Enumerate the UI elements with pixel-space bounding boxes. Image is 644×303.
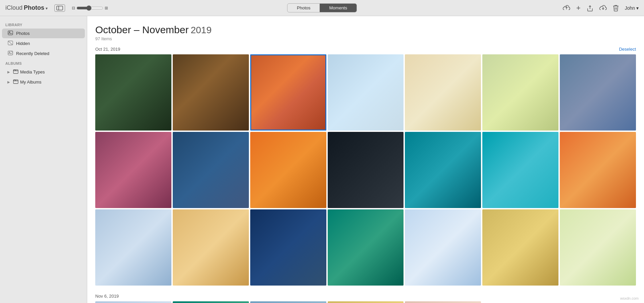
media-types-chevron: ▶: [7, 70, 10, 74]
topbar-actions: + John ▾: [563, 4, 639, 12]
svg-rect-8: [8, 51, 13, 55]
brand-arrow[interactable]: ▾: [46, 6, 48, 11]
recently-deleted-icon: [7, 50, 13, 57]
photo-cell[interactable]: [250, 209, 326, 286]
svg-rect-4: [8, 31, 13, 35]
tab-moments[interactable]: Moments: [320, 4, 357, 12]
media-types-folder-icon: [13, 69, 19, 75]
photo-grid-row1: [95, 54, 636, 131]
zoom-control: ⊟ ⊞: [72, 5, 108, 11]
section-header-oct21: Oct 21, 2019 Deselect: [95, 47, 636, 52]
watermark: wsxdn.com: [620, 296, 639, 300]
photo-cell[interactable]: [95, 54, 171, 131]
photo-cell[interactable]: [482, 54, 558, 131]
sidebar-item-photos-label: Photos: [16, 31, 30, 36]
photo-cell[interactable]: [482, 132, 558, 208]
photo-cell[interactable]: [560, 209, 636, 286]
photo-cell[interactable]: [95, 301, 171, 303]
main-layout: Library Photos Hidden: [0, 16, 644, 303]
sidebar-item-recently-deleted[interactable]: Recently Deleted: [2, 49, 85, 58]
zoom-slider[interactable]: [76, 5, 103, 11]
share-button[interactable]: [587, 4, 593, 12]
photos-icon: [7, 30, 13, 37]
upload-button[interactable]: [563, 4, 570, 12]
photo-cell[interactable]: [405, 54, 481, 131]
sidebar-item-media-types-label: Media Types: [20, 69, 45, 74]
sidebar-item-my-albums-label: My Albums: [20, 80, 42, 85]
sidebar-item-recently-deleted-label: Recently Deleted: [16, 51, 49, 56]
zoom-min-icon: ⊟: [72, 6, 75, 10]
photo-cell[interactable]: [482, 209, 558, 286]
photo-cell[interactable]: [405, 209, 481, 286]
tab-group: Photos Moments: [287, 3, 357, 12]
sidebar-group-media-types[interactable]: ▶ Media Types: [2, 67, 85, 77]
title-year: 2019: [191, 25, 211, 35]
albums-section-label: Albums: [0, 59, 87, 67]
photo-cell[interactable]: [328, 209, 404, 286]
photo-section-nov6: Nov 6, 2019: [95, 294, 636, 303]
svg-line-7: [8, 41, 13, 45]
add-button[interactable]: +: [576, 4, 581, 12]
zoom-max-icon: ⊞: [105, 6, 108, 10]
section-date-oct21: Oct 21, 2019: [95, 47, 120, 52]
hidden-icon: [7, 40, 13, 47]
photo-cell[interactable]: [95, 209, 171, 286]
user-label[interactable]: John ▾: [625, 5, 639, 11]
photo-cell[interactable]: [250, 301, 326, 303]
photo-grid-row3: [95, 209, 636, 286]
svg-point-5: [9, 32, 10, 33]
sidebar-group-my-albums[interactable]: ▶ My Albums: [2, 77, 85, 87]
photo-cell[interactable]: [405, 301, 481, 303]
brand-icloud: iCloud: [5, 4, 22, 11]
photo-cell[interactable]: [328, 54, 404, 131]
page-title: October – November2019: [95, 24, 636, 36]
photo-cell[interactable]: [173, 301, 249, 303]
brand: iCloud Photos ▾: [5, 4, 48, 11]
content-area: October – November2019 97 Items Oct 21, …: [87, 16, 644, 303]
download-button[interactable]: [599, 4, 607, 12]
photo-section-oct21: Oct 21, 2019 Deselect: [95, 47, 636, 286]
photo-cell[interactable]: [405, 132, 481, 208]
library-section-label: Library: [0, 20, 87, 28]
photo-cell[interactable]: [560, 54, 636, 131]
photo-cell[interactable]: [95, 132, 171, 208]
photo-cell[interactable]: [328, 301, 404, 303]
topbar: iCloud Photos ▾ ⊟ ⊞ Photos Moments +: [0, 0, 644, 16]
sidebar-toggle-button[interactable]: [54, 4, 65, 12]
sidebar-item-photos[interactable]: Photos: [2, 29, 85, 38]
svg-rect-0: [57, 6, 63, 10]
section-date-nov6: Nov 6, 2019: [95, 294, 119, 299]
sidebar: Library Photos Hidden: [0, 16, 87, 303]
my-albums-chevron: ▶: [7, 80, 10, 84]
content-subtitle: 97 Items: [95, 36, 636, 41]
my-albums-folder-icon: [13, 79, 19, 85]
photo-cell[interactable]: [173, 54, 249, 131]
photo-cell[interactable]: [250, 132, 326, 208]
photo-grid-partial: [95, 301, 636, 303]
tab-photos[interactable]: Photos: [287, 4, 320, 12]
photo-grid-row2: [95, 132, 636, 208]
brand-photos: Photos: [24, 4, 44, 11]
photo-cell[interactable]: [173, 132, 249, 208]
sidebar-item-hidden[interactable]: Hidden: [2, 39, 85, 48]
photo-cell[interactable]: [250, 54, 326, 131]
content-header: October – November2019 97 Items: [95, 24, 636, 41]
title-months: October – November: [95, 24, 189, 35]
sidebar-item-hidden-label: Hidden: [16, 41, 30, 46]
deselect-button[interactable]: Deselect: [619, 47, 636, 52]
photo-cell[interactable]: [328, 132, 404, 208]
section-header-nov6: Nov 6, 2019: [95, 294, 636, 299]
photo-cell[interactable]: [173, 209, 249, 286]
photo-cell[interactable]: [560, 132, 636, 208]
trash-button[interactable]: [613, 4, 619, 12]
svg-point-9: [9, 52, 10, 53]
